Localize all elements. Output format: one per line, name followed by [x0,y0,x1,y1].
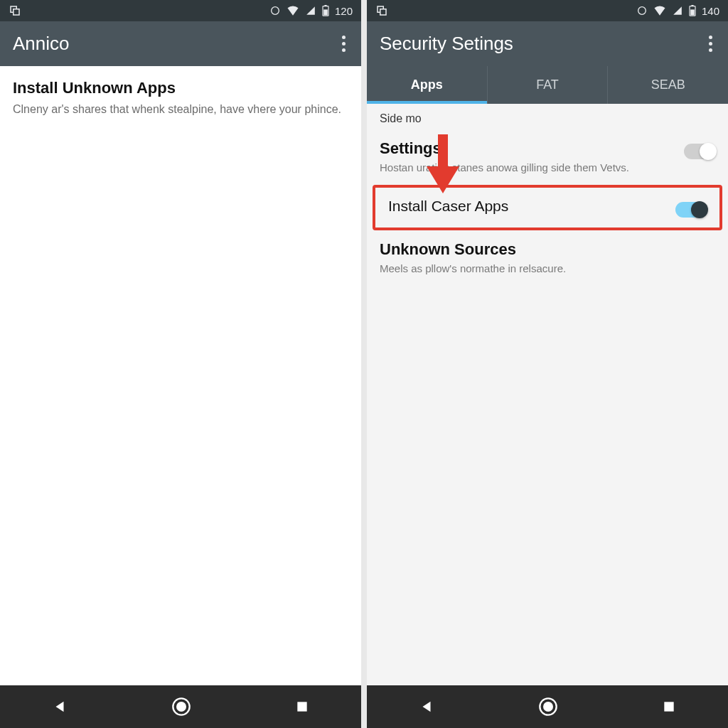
multiwindow-icon [375,4,388,17]
highlight-annotation: Install Caser Apps [373,185,722,230]
battery-text: 120 [335,5,353,17]
phone-right: 140 Security Setings Apps FAT SEAB Side … [367,0,728,728]
tab-label: FAT [536,77,559,92]
tab-bar: Apps FAT SEAB [367,66,728,104]
circle-outline-icon [269,5,281,16]
back-button[interactable] [52,699,68,714]
content-area: Install Unknown Apps Clneny ar's shares … [0,66,361,685]
tab-fat[interactable]: FAT [488,66,609,104]
svg-rect-8 [297,702,306,711]
status-bar: 140 [367,0,728,21]
multiwindow-icon [9,4,21,17]
wifi-icon [287,6,299,16]
section-title: Install Unknown Apps [13,79,348,97]
svg-point-11 [638,7,646,15]
phone-left: 120 Annico Install Unknown Apps Clneny a… [0,0,361,728]
tab-apps[interactable]: Apps [367,66,488,104]
battery-icon [322,5,329,16]
setting-row-unknown-sources[interactable]: Unknown Sources Meels as pllow's normath… [367,230,728,286]
wifi-icon [653,6,666,16]
overflow-menu-icon[interactable] [339,31,348,56]
setting-description: Hostan urating stanes anowa gilling side… [380,161,675,175]
recents-button[interactable] [295,700,309,714]
svg-rect-5 [323,9,328,15]
tab-seab[interactable]: SEAB [608,66,728,104]
cell-signal-icon [305,6,316,16]
app-bar-title: Annico [13,33,339,55]
toggle-switch[interactable] [675,202,707,218]
setting-title: Unknown Sources [380,240,715,259]
setting-row-install-caser-apps[interactable]: Install Caser Apps [375,188,719,228]
content-area: Side mo Settings Hostan urating stanes a… [367,104,728,685]
app-bar-title: Security Setings [380,33,706,55]
setting-description: Meels as pllow's normathe in relsacure. [380,262,715,276]
recents-button[interactable] [662,700,676,714]
subheader: Side mo [367,104,728,129]
home-button[interactable] [171,697,191,717]
svg-point-16 [543,702,553,712]
svg-rect-1 [14,9,19,15]
cell-signal-icon [672,6,683,16]
setting-title: Settings [380,139,675,158]
section-description: Clneny ar's shares that whenk stealpine,… [13,102,348,117]
status-bar: 120 [0,0,361,21]
svg-point-2 [272,7,279,15]
app-bar: Security Setings [367,21,728,66]
svg-rect-4 [324,5,326,6]
back-button[interactable] [419,699,434,714]
setting-row-settings[interactable]: Settings Hostan urating stanes anowa gil… [367,129,728,185]
navigation-bar [0,685,361,728]
navigation-bar [367,685,728,728]
svg-rect-17 [664,702,673,711]
overflow-menu-icon[interactable] [706,31,715,56]
svg-rect-14 [690,9,695,15]
setting-title: Install Caser Apps [388,198,667,215]
battery-icon [689,5,696,16]
battery-text: 140 [702,5,719,17]
app-bar: Annico [0,21,361,66]
svg-point-7 [176,702,186,712]
svg-rect-10 [380,9,386,15]
tab-label: SEAB [651,77,685,92]
tab-label: Apps [411,77,443,92]
circle-outline-icon [636,5,648,16]
toggle-switch[interactable] [684,144,715,159]
home-button[interactable] [538,697,558,717]
svg-rect-13 [691,5,693,6]
